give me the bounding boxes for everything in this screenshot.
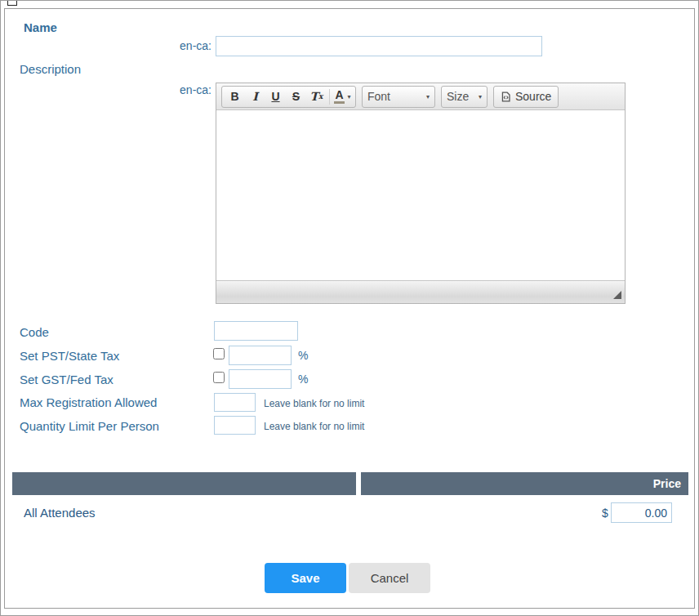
- name-input[interactable]: [216, 36, 542, 56]
- gst-label: Set GST/Fed Tax: [20, 373, 114, 386]
- source-button-label: Source: [515, 90, 551, 103]
- stray-checkbox[interactable]: [7, 0, 17, 6]
- rich-text-editor: B I U S Tx A▾ Font ▾ Size ▾ Source: [216, 83, 626, 304]
- remove-format-icon: T: [310, 90, 318, 103]
- chevron-down-icon: ▾: [426, 93, 430, 100]
- size-dropdown[interactable]: Size ▾: [441, 86, 488, 108]
- gst-percent-label: %: [298, 373, 308, 386]
- gst-checkbox[interactable]: [213, 372, 225, 383]
- chevron-down-icon: ▾: [348, 93, 351, 100]
- quantity-limit-input[interactable]: [214, 416, 256, 435]
- italic-button[interactable]: I: [245, 87, 265, 106]
- source-button[interactable]: Source: [493, 86, 559, 108]
- code-label: Code: [20, 325, 49, 339]
- font-dropdown[interactable]: Font ▾: [362, 86, 435, 108]
- price-table-header: Price: [12, 472, 688, 495]
- text-color-icon: A: [334, 89, 344, 104]
- resize-handle-icon[interactable]: [613, 291, 621, 299]
- text-color-button[interactable]: A▾: [332, 87, 353, 106]
- pst-input[interactable]: [229, 346, 292, 365]
- gst-input[interactable]: [229, 369, 292, 389]
- price-table-header-price-cell: Price: [361, 472, 688, 495]
- pst-label: Set PST/State Tax: [20, 349, 119, 363]
- cancel-button[interactable]: Cancel: [349, 563, 430, 593]
- price-input[interactable]: [611, 502, 672, 523]
- code-input[interactable]: [214, 321, 298, 341]
- currency-label: $: [602, 507, 608, 520]
- name-locale-label: en-ca:: [123, 39, 211, 52]
- size-dropdown-label: Size: [447, 90, 469, 103]
- pst-percent-label: %: [298, 349, 308, 362]
- screen: Name en-ca: Description en-ca: B I U S T…: [0, 0, 699, 616]
- editor-format-group: B I U S Tx A▾: [221, 86, 356, 108]
- name-section-label: Name: [24, 20, 57, 34]
- editor-bottom-bar: [216, 280, 625, 303]
- save-button[interactable]: Save: [265, 563, 346, 593]
- remove-format-button[interactable]: Tx: [306, 87, 327, 106]
- max-registration-label: Max Registration Allowed: [20, 395, 157, 409]
- bold-button[interactable]: B: [225, 87, 245, 106]
- max-registration-input[interactable]: [214, 393, 256, 412]
- quantity-limit-hint: Leave blank for no limit: [264, 421, 364, 432]
- pst-checkbox[interactable]: [213, 348, 225, 359]
- chevron-down-icon: ▾: [479, 93, 482, 100]
- description-locale-label: en-ca:: [123, 83, 211, 96]
- source-icon: [501, 92, 511, 102]
- editor-content-area[interactable]: [216, 110, 625, 280]
- remove-format-sub: x: [318, 92, 323, 100]
- description-section-label: Description: [20, 62, 81, 76]
- strikethrough-button[interactable]: S: [286, 87, 306, 106]
- max-registration-hint: Leave blank for no limit: [264, 398, 364, 409]
- quantity-limit-label: Quantity Limit Per Person: [20, 419, 159, 433]
- toolbar-separator: [329, 89, 330, 105]
- editor-toolbar: B I U S Tx A▾ Font ▾ Size ▾ Source: [216, 83, 625, 110]
- table-row-attendee-name: All Attendees: [24, 506, 96, 520]
- price-table-header-name-cell: [12, 472, 356, 495]
- font-dropdown-label: Font: [367, 90, 390, 103]
- underline-button[interactable]: U: [265, 87, 286, 106]
